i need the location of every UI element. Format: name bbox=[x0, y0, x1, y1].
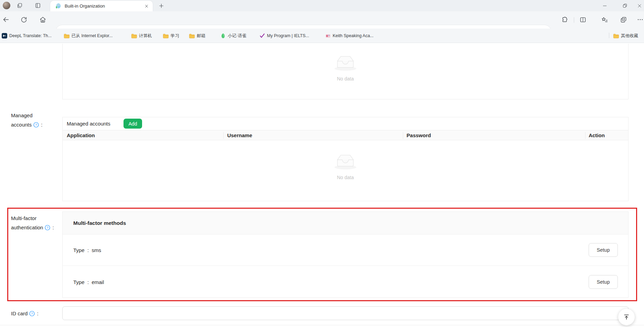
mfa-row-text: Type : email bbox=[73, 279, 104, 285]
idcard-field-label: ID card? : bbox=[11, 309, 39, 318]
toolbar-divider bbox=[574, 17, 574, 23]
empty-state: No data bbox=[63, 151, 628, 180]
folder-icon bbox=[613, 33, 619, 39]
scroll-to-top-button[interactable] bbox=[618, 309, 635, 325]
setup-email-button[interactable]: Setup bbox=[589, 275, 618, 289]
browser-window: Built-in Organization bbox=[0, 0, 644, 327]
collections-icon[interactable] bbox=[619, 15, 628, 24]
bookmark-folder-study[interactable]: 学习 bbox=[163, 29, 179, 43]
bookmarks-divider bbox=[609, 33, 609, 38]
vertical-align-top-icon bbox=[623, 314, 630, 320]
setup-sms-button[interactable]: Setup bbox=[589, 243, 618, 257]
bookmark-folder-computer[interactable]: 计算机 bbox=[131, 29, 152, 43]
empty-text: No data bbox=[337, 175, 354, 180]
idcard-input[interactable] bbox=[62, 306, 629, 320]
bookmark-folder-mail[interactable]: 邮箱 bbox=[189, 29, 205, 43]
mfa-card-header: Multi-factor methods bbox=[63, 212, 628, 235]
bookmarks-bar: DeepL Translate: Th... 已从 Internet Explo… bbox=[0, 29, 644, 43]
svg-text:?: ? bbox=[35, 123, 37, 127]
help-icon[interactable]: ? bbox=[29, 311, 35, 316]
home-icon[interactable] bbox=[38, 15, 47, 24]
profile-avatar[interactable] bbox=[3, 2, 10, 9]
top-card: No data bbox=[62, 44, 629, 99]
empty-state: No data bbox=[63, 52, 628, 81]
managed-accounts-field-label: Managed accounts? : bbox=[11, 111, 42, 129]
bookmark-my-program-ielts[interactable]: My Program | IELTS... bbox=[259, 29, 309, 43]
workspaces-icon[interactable] bbox=[16, 2, 23, 9]
site-icon bbox=[325, 33, 331, 39]
tab-title: Built-in Organization bbox=[65, 3, 144, 9]
bookmark-other-favorites[interactable]: 其他收藏 bbox=[613, 29, 638, 43]
split-screen-icon[interactable] bbox=[578, 15, 587, 24]
svg-text:?: ? bbox=[47, 226, 49, 229]
favorites-hub-icon[interactable] bbox=[600, 15, 609, 24]
column-header-username: Username bbox=[223, 132, 402, 138]
empty-inbox-icon bbox=[332, 52, 359, 72]
tab-favicon-casdoor bbox=[55, 3, 61, 9]
folder-icon bbox=[189, 33, 195, 39]
svg-text:?: ? bbox=[31, 312, 33, 315]
folder-icon bbox=[163, 33, 169, 39]
column-header-application: Application bbox=[63, 132, 223, 138]
window-restore-button[interactable] bbox=[618, 0, 632, 11]
back-icon[interactable] bbox=[1, 15, 10, 24]
window-close-button[interactable] bbox=[635, 0, 644, 11]
managed-accounts-card: Managed accounts Add Application Usernam… bbox=[62, 117, 629, 201]
bookmark-yuque[interactable]: 小记·语雀 bbox=[221, 29, 246, 43]
bookmark-keith-speaking[interactable]: Keith Speaking Aca... bbox=[325, 29, 374, 43]
mfa-row-email: Type : email Setup bbox=[63, 266, 628, 298]
folder-icon bbox=[131, 33, 137, 39]
mfa-row-text: Type : sms bbox=[73, 247, 101, 253]
managed-accounts-table-header: Application Username Password Action bbox=[63, 130, 628, 140]
column-header-action: Action bbox=[584, 132, 628, 138]
managed-accounts-card-header: Managed accounts Add bbox=[63, 117, 628, 130]
check-icon bbox=[259, 33, 265, 39]
mfa-row-sms: Type : sms Setup bbox=[63, 235, 628, 266]
section-divider bbox=[0, 325, 644, 325]
new-tab-icon[interactable] bbox=[158, 2, 165, 10]
column-header-password: Password bbox=[402, 132, 584, 138]
browser-titlebar: Built-in Organization bbox=[0, 0, 644, 11]
empty-text: No data bbox=[337, 76, 354, 81]
refresh-icon[interactable] bbox=[19, 15, 28, 24]
tab-actions-icon[interactable] bbox=[34, 2, 41, 9]
bookmark-folder-internet-explorer[interactable]: 已从 Internet Explor... bbox=[64, 29, 113, 43]
empty-inbox-icon bbox=[332, 151, 359, 171]
yuque-icon bbox=[221, 33, 226, 39]
help-icon[interactable]: ? bbox=[33, 122, 39, 128]
browser-tab[interactable]: Built-in Organization bbox=[50, 1, 153, 11]
window-minimize-button[interactable] bbox=[598, 0, 612, 11]
page-content: No data Managed accounts? : Managed acco… bbox=[0, 43, 644, 327]
browser-navbar: localhost:8000/account A bbox=[0, 11, 644, 29]
deepl-icon bbox=[2, 33, 7, 39]
mfa-card: Multi-factor methods Type : sms Setup Ty… bbox=[62, 211, 629, 298]
settings-menu-icon[interactable] bbox=[636, 15, 644, 24]
mfa-card-title: Multi-factor methods bbox=[73, 220, 126, 226]
extensions-icon[interactable] bbox=[560, 15, 569, 24]
folder-icon bbox=[64, 33, 69, 39]
add-managed-account-button[interactable]: Add bbox=[124, 119, 142, 129]
managed-accounts-card-title: Managed accounts bbox=[67, 121, 110, 127]
help-icon[interactable]: ? bbox=[45, 225, 50, 230]
bookmark-deepl[interactable]: DeepL Translate: Th... bbox=[2, 29, 52, 43]
tab-close-icon[interactable] bbox=[144, 4, 149, 8]
mfa-field-label: Multi-factor authentication? : bbox=[11, 214, 54, 232]
